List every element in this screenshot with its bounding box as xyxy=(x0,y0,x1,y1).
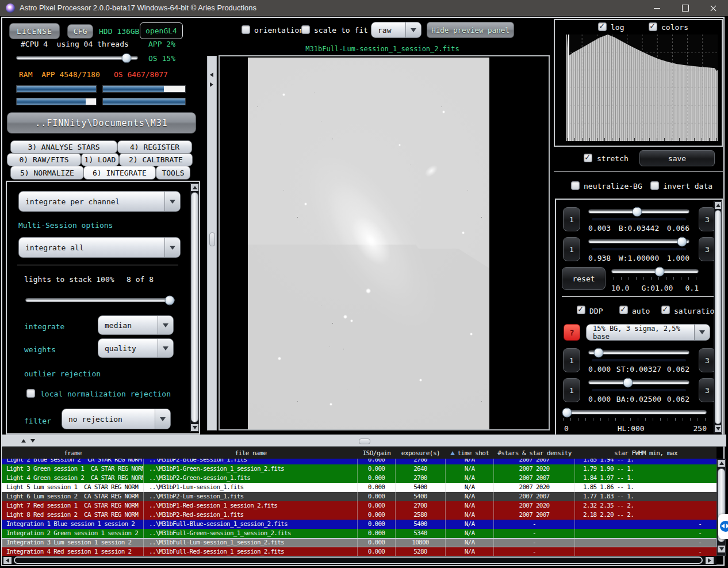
integrate-channel-select[interactable]: integrate per channel xyxy=(18,191,181,212)
ddp-preset-select[interactable]: 15% BG, 3 sigma, 2,5% base xyxy=(586,324,710,341)
white-point-slider[interactable] xyxy=(588,239,689,243)
scale-to-fit-checkbox[interactable] xyxy=(301,25,310,34)
license-button[interactable]: LICENSE xyxy=(9,23,60,39)
chevron-down-icon[interactable] xyxy=(158,339,173,357)
chevron-down-icon[interactable] xyxy=(164,192,180,211)
scrollbar-thumb[interactable] xyxy=(191,192,198,422)
lights-to-stack-slider[interactable] xyxy=(25,298,175,302)
table-row[interactable]: Light 2 Blue session 2 CA STAR REG NORM.… xyxy=(2,459,716,464)
table-row[interactable]: Light 3 Green session 1 CA STAR REG NORM… xyxy=(2,464,716,474)
scroll-down-icon[interactable] xyxy=(191,424,198,431)
table-row[interactable]: Light 6 Lum session 2 CA STAR REG NORM..… xyxy=(2,492,716,501)
log-checkbox[interactable] xyxy=(598,22,607,31)
tab-register[interactable]: 4) REGISTER xyxy=(117,140,192,154)
tab-analyse-stars[interactable]: 3) ANALYSE STARS xyxy=(10,140,117,154)
stretch-checkbox[interactable] xyxy=(584,154,592,162)
gamma-slider[interactable] xyxy=(611,269,699,273)
integrate-method-select[interactable]: median xyxy=(98,315,174,335)
scroll-up-icon[interactable] xyxy=(191,184,198,191)
close-button[interactable] xyxy=(699,0,727,16)
preview-mode-select[interactable]: raw xyxy=(371,22,422,38)
ba-slider-thumb[interactable] xyxy=(623,378,633,387)
help-button[interactable]: ? xyxy=(564,324,580,341)
filter-select[interactable]: no rejection xyxy=(62,409,171,429)
splitter-grip[interactable] xyxy=(209,232,215,246)
scrollbar-thumb[interactable] xyxy=(14,556,703,564)
local-normalization-checkbox[interactable] xyxy=(26,389,35,398)
neutralize-bg-checkbox[interactable] xyxy=(571,181,580,190)
tab-raw-fits[interactable]: 0) RAW/FITS xyxy=(7,153,81,166)
table-row[interactable]: Integration 1 Blue session 1 session 2..… xyxy=(2,520,716,529)
white-slider-thumb[interactable] xyxy=(677,237,687,246)
chevron-down-icon[interactable] xyxy=(164,238,180,257)
tab-calibrate[interactable]: 2) CALIBRATE xyxy=(119,153,193,166)
chevron-down-icon[interactable] xyxy=(155,409,170,429)
column-frame[interactable]: frame xyxy=(2,447,144,459)
weights-select[interactable]: quality xyxy=(98,338,174,358)
column-exposure[interactable]: exposure(s) xyxy=(396,447,446,459)
settings-scrollbar[interactable] xyxy=(190,183,199,432)
tab-integrate[interactable]: 6) INTEGRATE xyxy=(83,166,156,180)
table-row[interactable]: Light 8 Red session 2 CA STAR REG NORM..… xyxy=(2,510,716,520)
st-step1-button[interactable]: 1 xyxy=(563,348,580,372)
table-row[interactable]: Light 5 Lum session 1 CA STAR REG NORM..… xyxy=(2,483,716,492)
expand-down-icon[interactable] xyxy=(30,439,35,443)
table-row[interactable]: Light 7 Red session 1 CA STAR REG NORM..… xyxy=(2,501,716,510)
ba-step1-button[interactable]: 1 xyxy=(563,378,580,402)
table-row[interactable]: Light 4 Green session 2 CA STAR REG NORM… xyxy=(2,474,716,483)
scroll-down-icon[interactable] xyxy=(715,425,721,432)
black-point-slider[interactable] xyxy=(588,209,689,214)
left-splitter[interactable] xyxy=(207,56,217,430)
collapse-left-icon[interactable] xyxy=(210,73,213,77)
threads-slider[interactable] xyxy=(16,56,138,60)
cfg-button[interactable]: CFG xyxy=(67,24,93,39)
st-slider-thumb[interactable] xyxy=(594,348,604,357)
save-button[interactable]: save xyxy=(639,150,715,166)
collapse-up-icon[interactable] xyxy=(21,439,26,443)
scroll-up-icon[interactable] xyxy=(715,202,721,209)
table-row[interactable]: Integration 3 Lum session 1 session 2..\… xyxy=(2,538,716,547)
column-stars-density[interactable]: #stars & star density xyxy=(494,447,575,459)
black-step1-button[interactable]: 1 xyxy=(563,207,580,231)
tab-normalize[interactable]: 5) NORMALIZE xyxy=(10,166,84,180)
threads-slider-thumb[interactable] xyxy=(122,53,132,63)
colors-checkbox[interactable] xyxy=(649,22,657,31)
orientation-checkbox[interactable] xyxy=(242,25,250,34)
preview-image[interactable] xyxy=(248,58,489,429)
minimize-button[interactable] xyxy=(643,0,670,16)
multi-session-select[interactable]: integrate all xyxy=(18,237,181,258)
histogram-plot[interactable] xyxy=(566,35,718,141)
ddp-checkbox[interactable] xyxy=(577,306,585,314)
saturation-checkbox[interactable] xyxy=(661,306,670,314)
table-row[interactable]: Integration 2 Green session 1 session 2.… xyxy=(2,529,716,538)
scroll-up-icon[interactable] xyxy=(718,460,725,467)
column-time-shot[interactable]: time shot xyxy=(446,447,494,459)
column-star-fwhm[interactable]: star FWHM min, max xyxy=(575,447,716,459)
bottom-splitter[interactable] xyxy=(2,434,726,447)
invert-data-checkbox[interactable] xyxy=(650,181,659,190)
tab-load[interactable]: 1) LOAD xyxy=(81,153,119,166)
st-slider[interactable] xyxy=(588,350,689,354)
table-header[interactable]: frame file name ISO/gain exposure(s) tim… xyxy=(2,447,716,459)
hide-preview-button[interactable]: Hide preview panel xyxy=(427,22,514,38)
table-hscrollbar[interactable] xyxy=(2,556,716,565)
scroll-right-icon[interactable] xyxy=(706,557,714,564)
remote-control-overlay-icon[interactable] xyxy=(718,514,728,539)
chevron-down-icon[interactable] xyxy=(158,316,173,334)
table-row[interactable]: Integration 4 Red session 1 session 2..\… xyxy=(2,547,716,556)
stretch-panel-scrollbar[interactable] xyxy=(714,201,722,433)
column-file-name[interactable]: file name xyxy=(144,447,358,459)
auto-checkbox[interactable] xyxy=(619,306,628,314)
chevron-down-icon[interactable] xyxy=(694,325,710,340)
table-body[interactable]: Light 2 Blue session 2 CA STAR REG NORM.… xyxy=(2,459,716,556)
tab-tools[interactable]: TOOLS xyxy=(156,166,190,180)
expand-right-icon[interactable] xyxy=(210,82,213,87)
splitter-grip[interactable] xyxy=(359,439,370,444)
reset-button[interactable]: reset xyxy=(562,267,606,290)
lights-slider-thumb[interactable] xyxy=(165,295,175,305)
scrollbar-thumb[interactable] xyxy=(715,210,721,424)
scroll-left-icon[interactable] xyxy=(3,557,12,564)
hl-slider[interactable] xyxy=(562,410,707,414)
ba-slider[interactable] xyxy=(588,380,689,384)
scroll-down-icon[interactable] xyxy=(718,546,725,552)
